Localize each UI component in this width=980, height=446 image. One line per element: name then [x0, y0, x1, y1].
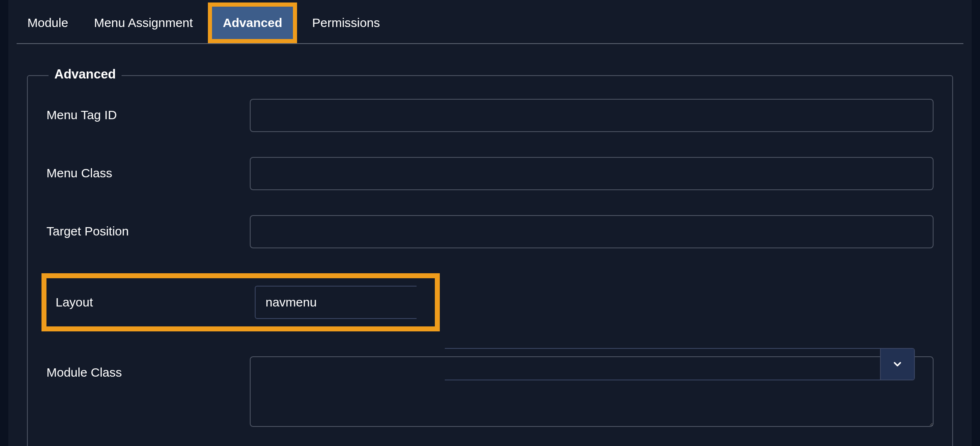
- label-menu-tag-id: Menu Tag ID: [46, 99, 250, 122]
- tab-panel-container: Module Menu Assignment Advanced Permissi…: [8, 0, 972, 446]
- label-module-class: Module Class: [46, 356, 250, 380]
- input-target-position[interactable]: [250, 215, 934, 248]
- input-menu-class[interactable]: [250, 157, 934, 190]
- field-menu-tag-id: Menu Tag ID: [46, 99, 934, 132]
- label-layout: Layout: [47, 295, 255, 309]
- select-layout-value: navmenu: [256, 295, 417, 309]
- field-target-position: Target Position: [46, 215, 934, 248]
- field-menu-class: Menu Class: [46, 157, 934, 190]
- chevron-down-icon[interactable]: [880, 349, 914, 380]
- label-target-position: Target Position: [46, 215, 250, 238]
- select-layout-right[interactable]: [445, 348, 915, 380]
- tab-module[interactable]: Module: [17, 7, 79, 39]
- panel-legend: Advanced: [49, 67, 122, 82]
- label-menu-class: Menu Class: [46, 157, 250, 180]
- highlight-layout-field: Layout navmenu: [41, 273, 440, 331]
- select-layout-left[interactable]: navmenu: [255, 286, 417, 319]
- advanced-panel: Advanced Menu Tag ID Menu Class Target P…: [27, 75, 953, 446]
- tab-menu-assignment[interactable]: Menu Assignment: [83, 7, 203, 39]
- tab-permissions[interactable]: Permissions: [301, 7, 390, 39]
- field-layout-wrapper: Layout navmenu: [46, 273, 934, 331]
- tab-advanced[interactable]: Advanced: [212, 7, 293, 39]
- highlight-tab-advanced: Advanced: [208, 2, 297, 43]
- tab-bar: Module Menu Assignment Advanced Permissi…: [17, 0, 963, 44]
- input-menu-tag-id[interactable]: [250, 99, 934, 132]
